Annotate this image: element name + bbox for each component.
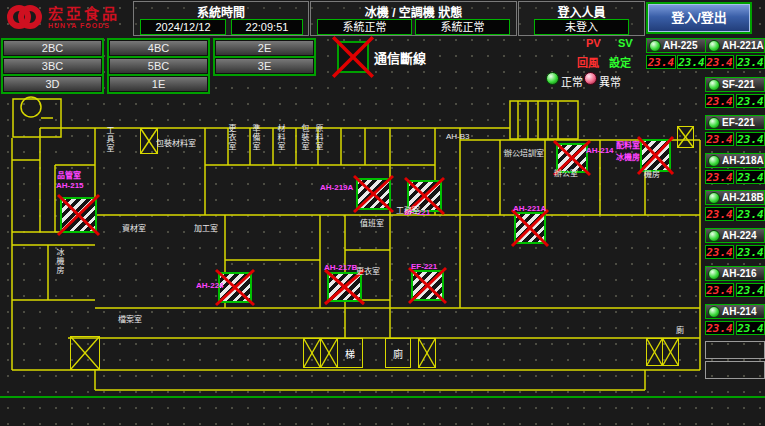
equipment-tag: AH-214 xyxy=(586,146,614,155)
unit-header-ah-216[interactable]: AH-216 xyxy=(705,266,765,281)
room-label: 更衣室 xyxy=(226,124,237,151)
unit-led-icon xyxy=(708,79,720,91)
unit-name: SF-221 xyxy=(722,79,755,90)
equipment-tag: AH-221A xyxy=(513,204,546,213)
company-logo: 宏亞食品 HUNYA FOODS xyxy=(6,2,120,32)
logo-subtitle: HUNYA FOODS xyxy=(48,22,120,29)
equipment-tag: 品管室 xyxy=(57,169,81,180)
unit-led-icon xyxy=(708,192,720,204)
unit-sv-value: 23.4 xyxy=(736,55,765,69)
room-box: 廁 xyxy=(385,338,411,368)
equipment-tag: AH-215 xyxy=(56,181,84,190)
empty-unit-slot xyxy=(705,341,765,359)
machine-status-section: 冰機 / 空調機 狀態 系統正常 系統正常 xyxy=(310,1,517,36)
shaft-box xyxy=(418,338,436,368)
unit-led-icon xyxy=(708,40,720,52)
ahu-comm-loss-icon[interactable] xyxy=(327,272,362,302)
shaft-box xyxy=(662,338,679,366)
normal-led-icon xyxy=(546,72,559,85)
unit-led-icon xyxy=(708,268,720,280)
unit-name: AH-225 xyxy=(663,40,697,51)
unit-pv-value: 23.4 xyxy=(705,321,734,335)
ahu-comm-loss-icon[interactable] xyxy=(411,270,444,301)
unit-pv-value: 23.4 xyxy=(705,170,734,184)
floor-button-2e[interactable]: 2E xyxy=(215,40,314,56)
room-label: 材料室 xyxy=(275,124,286,151)
floor-button-2bc[interactable]: 2BC xyxy=(3,40,102,56)
floor-button-4bc[interactable]: 4BC xyxy=(109,40,208,56)
floor-button-3e[interactable]: 3E xyxy=(215,58,314,74)
equipment-tag: 冰機房 xyxy=(616,151,640,162)
unit-header-ah-224[interactable]: AH-224 xyxy=(705,228,765,243)
unit-header-ah-218a[interactable]: AH-218A xyxy=(705,153,765,168)
unit-pv-value: 23.4 xyxy=(705,245,734,259)
shaft-box xyxy=(646,338,663,366)
unit-name: AH-224 xyxy=(722,230,756,241)
unit-header-ah-218b[interactable]: AH-218B xyxy=(705,190,765,205)
shaft-box xyxy=(677,126,694,148)
abnormal-label: 異常 xyxy=(599,73,621,89)
unit-header-ef-221[interactable]: EF-221 xyxy=(705,115,765,130)
equipment-tag: AH-224 xyxy=(196,281,224,290)
chiller-status-value: 系統正常 xyxy=(317,19,412,35)
unit-sv-value: 23.4 xyxy=(736,132,765,146)
unit-name: AH-221A xyxy=(722,40,764,51)
room-box: 梯 xyxy=(337,338,363,368)
equipment-tag: EF-221 xyxy=(411,262,437,271)
logo-title: 宏亞食品 xyxy=(48,6,120,22)
unit-pv-value: 23.4 xyxy=(646,55,676,69)
shaft-box xyxy=(320,338,338,368)
unit-sv-value: 23.4 xyxy=(736,321,765,335)
room-label: 機房 xyxy=(644,168,660,179)
equipment-tag: AH-219A xyxy=(320,183,353,192)
room-label: 工具室 xyxy=(104,126,115,153)
room-label: 工務室 xyxy=(396,204,420,215)
ahu-comm-loss-icon[interactable] xyxy=(60,197,97,233)
floor-button-1e[interactable]: 1E xyxy=(109,76,208,92)
sv-label: SV xyxy=(618,37,633,49)
system-time-section: 系統時間 2024/12/12 22:09:51 xyxy=(133,1,309,36)
ac-status-value: 系統正常 xyxy=(415,19,510,35)
top-bar: 宏亞食品 HUNYA FOODS 系統時間 2024/12/12 22:09:5… xyxy=(0,0,765,36)
unit-header-sf-221[interactable]: SF-221 xyxy=(705,77,765,92)
unit-name: EF-221 xyxy=(722,117,755,128)
ahu-comm-loss-icon[interactable] xyxy=(356,178,391,210)
unit-header-ah-225[interactable]: AH-225 xyxy=(646,38,706,53)
unit-header-ah-214[interactable]: AH-214 xyxy=(705,304,765,319)
unit-header-ah-221a[interactable]: AH-221A xyxy=(705,38,765,53)
machine-status-label: 冰機 / 空調機 狀態 xyxy=(311,3,516,20)
comm-loss-label: 通信斷線 xyxy=(374,48,426,67)
floor-button-3bc[interactable]: 3BC xyxy=(3,58,102,74)
unit-name: AH-218B xyxy=(722,192,764,203)
system-date-value: 2024/12/12 xyxy=(140,19,226,35)
unit-name: AH-214 xyxy=(722,306,756,317)
room-label: 辦公培訓室 xyxy=(504,147,544,158)
room-label: 更衣室 xyxy=(356,265,380,276)
unit-led-icon xyxy=(708,306,720,318)
unit-name: AH-216 xyxy=(722,268,756,279)
room-label: 原料室 xyxy=(313,124,324,151)
equipment-tag: 配料室 xyxy=(616,139,640,150)
floor-button-3d[interactable]: 3D xyxy=(3,76,102,92)
return-air-label: 回風 xyxy=(577,54,599,70)
room-label: 值班室 xyxy=(360,217,384,228)
unit-pv-value: 23.4 xyxy=(705,132,734,146)
comm-loss-icon xyxy=(337,41,369,73)
unit-name: AH-218A xyxy=(722,155,764,166)
logo-icon xyxy=(6,2,42,32)
bottom-nav-bar: 空調系統空調箱系統參數設定儀表監視密碼權限異常警報 xyxy=(0,396,765,426)
floor-button-5bc[interactable]: 5BC xyxy=(109,58,208,74)
abnormal-led-icon xyxy=(584,72,597,85)
room-label: 辦公室 xyxy=(554,167,578,178)
empty-unit-slot xyxy=(705,361,765,379)
system-time-label: 系統時間 xyxy=(134,3,308,20)
equipment-tag: AH-217B xyxy=(324,263,357,272)
ahu-comm-loss-icon[interactable] xyxy=(514,212,546,244)
room-label: 資材室 xyxy=(122,222,146,233)
right-unit-list: AH-221A23.423.4SF-22123.423.4EF-22123.42… xyxy=(705,0,765,426)
unit-pv-value: 23.4 xyxy=(705,207,734,221)
room-label: 冰機房 xyxy=(54,248,65,275)
unit-sv-value: 23.4 xyxy=(677,55,706,69)
unit-led-icon xyxy=(649,40,661,52)
unit-pv-value: 23.4 xyxy=(705,283,734,297)
